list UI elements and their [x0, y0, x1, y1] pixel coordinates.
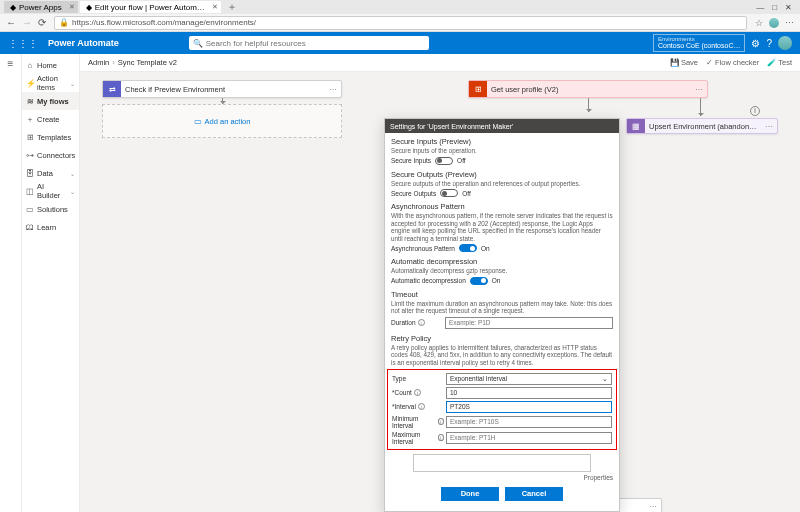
retry-count-input[interactable]	[446, 387, 612, 399]
action-label: Upsert Environment (abandoned)	[645, 122, 761, 131]
nav-refresh-icon[interactable]: ⟳	[38, 17, 46, 28]
close-icon[interactable]: ✕	[212, 3, 218, 11]
nav-icon: 🕮	[26, 223, 34, 232]
settings-panel: Settings for 'Upsert Environment Maker' …	[384, 118, 620, 512]
extra-box	[413, 454, 591, 472]
add-icon: ▭	[194, 117, 202, 126]
app-name: Power Automate	[48, 38, 119, 48]
nav-item-my-flows[interactable]: ≋My flows	[22, 92, 79, 110]
nav-item-home[interactable]: ⌂Home	[22, 56, 79, 74]
search-icon: 🔍	[193, 39, 203, 48]
environment-picker[interactable]: Environments Contoso CoE (contosoC…	[653, 34, 745, 52]
action-check-preview[interactable]: ⇄ Check if Preview Environment ⋯	[102, 80, 342, 98]
chevron-right-icon: ›	[112, 58, 115, 67]
async-toggle[interactable]	[459, 244, 477, 252]
nav-item-templates[interactable]: ⊞Templates	[22, 128, 79, 146]
more-icon[interactable]: ⋯	[691, 85, 707, 94]
address-bar[interactable]: 🔒 https://us.flow.microsoft.com/manage/e…	[54, 16, 747, 30]
favorite-icon[interactable]: ☆	[755, 18, 763, 28]
flow-checker-button[interactable]: ✓ Flow checker	[706, 58, 759, 67]
env-label: Environments	[658, 36, 740, 43]
retry-type-select[interactable]: Exponential Interval ⌄	[446, 373, 612, 385]
retry-min-input[interactable]	[446, 416, 612, 428]
nav-item-learn[interactable]: 🕮Learn	[22, 218, 79, 236]
toggle-label: Secure Outputs	[391, 190, 436, 197]
secure-outputs-toggle[interactable]	[440, 189, 458, 197]
nav-item-create[interactable]: ＋Create	[22, 110, 79, 128]
nav-item-solutions[interactable]: ▭Solutions	[22, 200, 79, 218]
browser-tab-0[interactable]: ◆ Power Apps ✕	[4, 1, 78, 13]
avatar[interactable]	[778, 36, 792, 50]
timeout-desc: Limit the maximum duration an asynchrono…	[391, 300, 613, 315]
tab-icon: ◆	[10, 3, 16, 12]
url-text: https://us.flow.microsoft.com/manage/env…	[72, 18, 256, 27]
more-icon[interactable]: ⋯	[645, 502, 661, 511]
retry-min-label: Minimum Interval	[392, 415, 436, 429]
secure-outputs-title: Secure Outputs (Preview)	[391, 170, 613, 179]
secure-inputs-title: Secure Inputs (Preview)	[391, 137, 613, 146]
browser-tab-1[interactable]: ◆ Edit your flow | Power Autom… ✕	[80, 1, 221, 13]
browser-menu-icon[interactable]: ⋯	[785, 18, 794, 28]
hamburger-icon[interactable]: ≡	[8, 58, 14, 69]
nav-icon: 🗄	[26, 169, 34, 178]
retry-interval-input[interactable]	[446, 401, 612, 413]
nav-back-icon[interactable]: ←	[6, 17, 16, 28]
action-label: Check if Preview Environment	[121, 85, 325, 94]
env-value: Contoso CoE (contosoC…	[658, 42, 740, 50]
breadcrumb-root[interactable]: Admin	[88, 58, 109, 67]
settings-title: Settings for 'Upsert Environment Maker'	[390, 123, 513, 130]
done-button[interactable]: Done	[441, 487, 499, 501]
info-icon[interactable]: i	[750, 106, 760, 116]
info-icon[interactable]: i	[438, 418, 444, 425]
connector-arrow	[588, 98, 589, 112]
app-launcher-icon[interactable]: ⋮⋮⋮	[8, 38, 38, 49]
nav-item-ai-builder[interactable]: ◫AI Builder⌄	[22, 182, 79, 200]
save-button[interactable]: 💾 Save	[670, 58, 698, 67]
search-input[interactable]: 🔍 Search for helpful resources	[189, 36, 429, 50]
test-button[interactable]: 🧪 Test	[767, 58, 792, 67]
new-tab-button[interactable]: ＋	[223, 0, 241, 14]
canvas: Admin › Sync Template v2 💾 Save ✓ Flow c…	[80, 54, 800, 512]
window-close-button[interactable]: ✕	[785, 3, 792, 12]
cancel-button[interactable]: Cancel	[505, 487, 563, 501]
retry-type-label: Type	[392, 375, 406, 382]
browser-avatar[interactable]	[769, 18, 779, 28]
secure-inputs-toggle[interactable]	[435, 157, 453, 165]
nav-item-connectors[interactable]: ⊶Connectors	[22, 146, 79, 164]
toggle-state: On	[492, 277, 501, 284]
info-icon[interactable]: i	[418, 319, 425, 326]
nav-icon: ⊶	[26, 151, 34, 160]
nav-item-data[interactable]: 🗄Data⌄	[22, 164, 79, 182]
nav-item-action-items[interactable]: ⚡Action items⌄	[22, 74, 79, 92]
action-upsert-abandoned[interactable]: ▦ Upsert Environment (abandoned) ⋯	[626, 118, 778, 134]
auto-toggle[interactable]	[470, 277, 488, 285]
office-icon: ⊞	[469, 81, 487, 97]
async-desc: With the asynchronous pattern, if the re…	[391, 212, 613, 242]
help-icon[interactable]: ?	[766, 38, 772, 49]
properties-link[interactable]: Properties	[391, 472, 613, 483]
gear-icon[interactable]: ⚙	[751, 38, 760, 49]
breadcrumb-leaf: Sync Template v2	[118, 58, 177, 67]
connector-arrow	[700, 98, 701, 116]
auto-desc: Automatically decompress gzip response.	[391, 267, 613, 275]
action-get-user-profile[interactable]: ⊞ Get user profile (V2) ⋯	[468, 80, 708, 98]
nav-icon: ⌂	[26, 61, 34, 70]
add-action-zone[interactable]: ▭ Add an action	[102, 104, 342, 138]
info-icon[interactable]: i	[418, 403, 425, 410]
window-min-button[interactable]: —	[756, 3, 764, 12]
command-bar: Admin › Sync Template v2 💾 Save ✓ Flow c…	[80, 54, 800, 72]
retry-max-input[interactable]	[446, 432, 612, 444]
duration-input[interactable]	[445, 317, 613, 329]
add-action-label: Add an action	[205, 117, 251, 126]
nav-icon: ⊞	[26, 133, 34, 142]
toggle-label: Asynchronous Pattern	[391, 245, 455, 252]
chevron-down-icon: ⌄	[70, 80, 75, 87]
retry-count-label: *Count	[392, 389, 412, 396]
tab-title: Power Apps	[19, 3, 62, 12]
window-max-button[interactable]: □	[772, 3, 777, 12]
info-icon[interactable]: i	[438, 434, 444, 441]
close-icon[interactable]: ✕	[69, 3, 75, 11]
more-icon[interactable]: ⋯	[761, 122, 777, 131]
info-icon[interactable]: i	[414, 389, 421, 396]
more-icon[interactable]: ⋯	[325, 85, 341, 94]
